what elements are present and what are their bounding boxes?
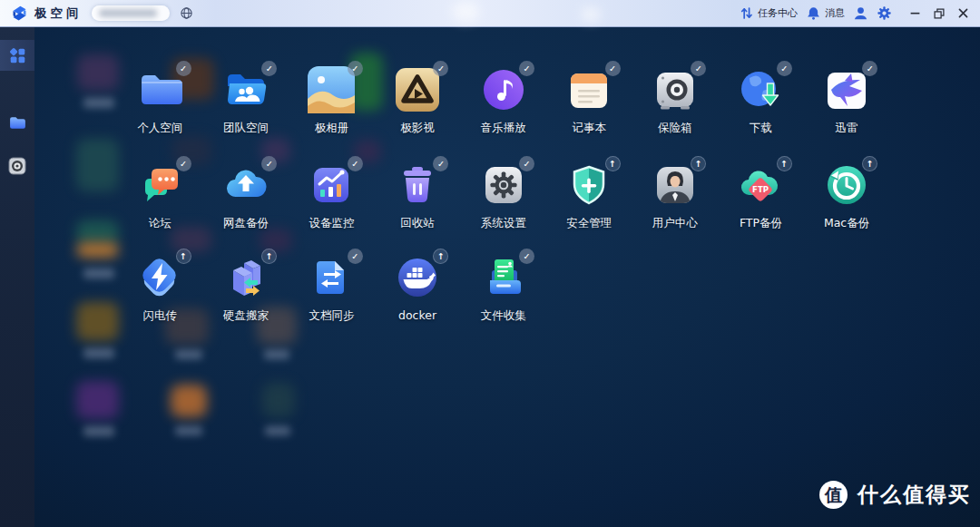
app-label: 极相册 bbox=[315, 121, 349, 136]
app-docker[interactable]: docker bbox=[375, 254, 461, 324]
installed-badge bbox=[519, 61, 534, 76]
blurred-label-placeholder bbox=[83, 426, 114, 436]
installed-badge bbox=[433, 156, 448, 171]
app-label: 闪电传 bbox=[143, 308, 178, 324]
app-recycle-bin[interactable]: 回收站 bbox=[375, 161, 461, 231]
app-system-settings[interactable]: 系统设置 bbox=[460, 161, 546, 231]
app-label: 文档同步 bbox=[309, 308, 354, 324]
app-notepad[interactable]: 记事本 bbox=[546, 66, 632, 136]
app-xunlei[interactable]: 迅雷 bbox=[804, 66, 890, 136]
blurred-app-placeholder bbox=[76, 242, 119, 258]
blurred-label-placeholder bbox=[83, 98, 114, 108]
smzdm-logo-icon: 值 bbox=[819, 481, 848, 509]
app-mac-backup[interactable]: Mac备份 bbox=[804, 161, 890, 231]
installed-badge bbox=[348, 249, 363, 264]
installed-badge bbox=[519, 156, 534, 171]
app-download[interactable]: 下载 bbox=[718, 66, 804, 136]
installed-badge bbox=[433, 61, 448, 76]
restore-icon[interactable] bbox=[933, 7, 946, 20]
close-icon[interactable] bbox=[957, 7, 969, 19]
app-label: 个人空间 bbox=[137, 121, 182, 136]
sort-arrows-icon bbox=[739, 5, 754, 21]
blurred-app-placeholder bbox=[76, 302, 119, 341]
personal-folder-icon bbox=[136, 66, 183, 113]
smzdm-watermark: 值 什么值得买 bbox=[819, 481, 971, 509]
task-center-button[interactable]: 任务中心 bbox=[739, 5, 798, 21]
app-label: 硬盘搬家 bbox=[223, 308, 269, 324]
update-badge bbox=[605, 156, 621, 171]
app-forum[interactable]: 论坛 bbox=[117, 161, 203, 231]
blurred-app-placeholder bbox=[77, 54, 119, 91]
titlebar-highlight bbox=[452, 2, 479, 22]
gear-icon[interactable] bbox=[877, 5, 892, 21]
ftp-backup-icon: FTP bbox=[737, 161, 784, 209]
messages-label: 消息 bbox=[825, 6, 845, 20]
app-security[interactable]: 安全管理 bbox=[546, 161, 632, 231]
apps-grid-icon bbox=[8, 46, 27, 65]
app-label: 保险箱 bbox=[658, 121, 692, 136]
installed-badge bbox=[176, 156, 191, 171]
app-safe-box[interactable]: 保险箱 bbox=[632, 66, 719, 136]
blurred-app-placeholder bbox=[76, 220, 119, 244]
device-monitor-icon bbox=[308, 161, 355, 209]
blurred-app-placeholder bbox=[76, 381, 119, 419]
zspace-logo-icon bbox=[10, 4, 29, 23]
app-file-collect[interactable]: 文件收集 bbox=[460, 254, 546, 324]
app-disk-migration[interactable]: 硬盘搬家 bbox=[203, 254, 289, 324]
app-user-center[interactable]: 用户中心 bbox=[632, 161, 719, 231]
app-doc-sync[interactable]: 文档同步 bbox=[289, 254, 375, 324]
app-label: 下载 bbox=[750, 121, 772, 136]
security-shield-icon bbox=[565, 161, 612, 209]
app-music-player[interactable]: 音乐播放 bbox=[460, 66, 546, 136]
app-label: docker bbox=[398, 308, 436, 322]
blurred-app-placeholder bbox=[171, 385, 207, 417]
sidebar bbox=[0, 27, 34, 527]
app-label: 文件收集 bbox=[481, 308, 526, 324]
app-cloud-backup[interactable]: 网盘备份 bbox=[203, 161, 289, 231]
app-label: FTP备份 bbox=[740, 216, 782, 231]
svg-text:FTP: FTP bbox=[753, 185, 769, 194]
lightning-transfer-icon bbox=[136, 254, 183, 301]
update-badge bbox=[691, 156, 706, 171]
app-label: 论坛 bbox=[149, 216, 172, 231]
globe-icon[interactable] bbox=[179, 5, 194, 21]
app-team-space[interactable]: 团队空间 bbox=[203, 66, 289, 136]
blurred-label-placeholder bbox=[83, 268, 114, 278]
app-movies[interactable]: 极影视 bbox=[375, 66, 461, 136]
app-label: 记事本 bbox=[573, 121, 607, 136]
messages-button[interactable]: 消息 bbox=[806, 5, 845, 21]
sidebar-item-backup[interactable] bbox=[0, 151, 34, 181]
app-device-monitor[interactable]: 设备监控 bbox=[289, 161, 375, 231]
minimize-icon[interactable] bbox=[909, 7, 921, 19]
blurred-label-placeholder bbox=[175, 426, 202, 435]
app-lightning-transfer[interactable]: 闪电传 bbox=[117, 254, 203, 324]
installed-badge bbox=[261, 61, 277, 76]
nas-desktop-window: 极空间 任务中心 消息 bbox=[0, 0, 980, 527]
sidebar-item-apps[interactable] bbox=[0, 40, 34, 71]
app-label: 回收站 bbox=[400, 216, 435, 231]
update-badge bbox=[433, 249, 448, 264]
app-photo-album[interactable]: 极相册 bbox=[289, 66, 375, 136]
app-ftp-backup[interactable]: FTP FTP备份 bbox=[718, 161, 804, 231]
installed-badge bbox=[519, 249, 534, 264]
sidebar-item-files[interactable] bbox=[0, 107, 34, 138]
blurred-label-placeholder bbox=[175, 350, 202, 359]
username-blurred[interactable] bbox=[92, 5, 170, 21]
app-label: Mac备份 bbox=[824, 216, 869, 231]
disc-icon bbox=[8, 157, 26, 175]
app-label: 系统设置 bbox=[481, 216, 526, 231]
blurred-label-placeholder bbox=[83, 348, 114, 358]
blurred-username-text bbox=[99, 9, 157, 17]
user-icon[interactable] bbox=[853, 5, 868, 21]
installed-badge bbox=[691, 61, 706, 76]
blurred-app-placeholder bbox=[262, 383, 295, 417]
app-label: 音乐播放 bbox=[481, 121, 526, 136]
app-label: 网盘备份 bbox=[223, 216, 269, 231]
titlebar: 极空间 任务中心 消息 bbox=[0, 0, 980, 27]
forum-chat-icon bbox=[136, 161, 183, 209]
app-label: 迅雷 bbox=[836, 121, 858, 136]
app-title: 极空间 bbox=[34, 5, 83, 22]
app-personal-space[interactable]: 个人空间 bbox=[117, 66, 203, 136]
blurred-label-placeholder bbox=[264, 350, 289, 359]
photo-album-icon bbox=[308, 66, 355, 113]
